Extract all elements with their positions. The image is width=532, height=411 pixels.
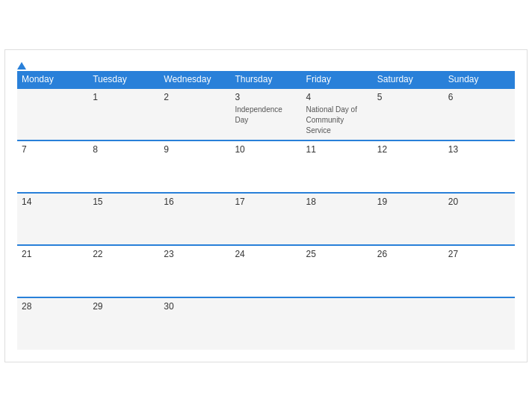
event-label: National Day of Community Service (306, 105, 357, 135)
day-number: 9 (164, 144, 226, 155)
day-number: 29 (93, 301, 155, 312)
calendar-cell: 17 (230, 193, 301, 245)
calendar-week-row: 14151617181920 (17, 193, 515, 245)
calendar-cell: 5 (373, 88, 444, 140)
weekday-header-wednesday: Wednesday (159, 71, 230, 88)
calendar-cell: 10 (230, 140, 301, 193)
weekday-header-tuesday: Tuesday (88, 71, 159, 88)
day-number: 4 (306, 92, 368, 102)
calendar-cell: 18 (302, 193, 373, 245)
calendar-cell: 25 (302, 245, 373, 297)
calendar-cell: 26 (373, 245, 444, 297)
weekday-header-monday: Monday (17, 71, 88, 88)
logo (17, 62, 28, 69)
day-number: 11 (306, 144, 368, 155)
calendar-cell: 9 (159, 140, 230, 193)
weekday-header-thursday: Thursday (230, 71, 301, 88)
calendar-cell: 23 (159, 245, 230, 297)
day-number: 23 (164, 249, 226, 259)
day-number: 24 (235, 249, 297, 259)
logo-triangle-icon (17, 62, 26, 69)
weekday-header-saturday: Saturday (373, 71, 444, 88)
calendar-cell: 13 (444, 140, 515, 193)
day-number: 10 (235, 144, 297, 155)
calendar-cell: 3Independence Day (230, 88, 301, 140)
day-number: 19 (377, 197, 439, 207)
day-number: 14 (22, 197, 84, 207)
calendar-cell (373, 297, 444, 350)
calendar-cell: 21 (17, 245, 88, 297)
day-number: 26 (377, 249, 439, 259)
calendar-cell: 4National Day of Community Service (302, 88, 373, 140)
calendar-cell (230, 297, 301, 350)
calendar-cell: 15 (88, 193, 159, 245)
calendar-cell: 2 (159, 88, 230, 140)
day-number: 5 (377, 92, 439, 102)
day-number: 8 (93, 144, 155, 155)
calendar-cell: 22 (88, 245, 159, 297)
day-number: 3 (235, 92, 297, 102)
calendar-header-row: MondayTuesdayWednesdayThursdayFridaySatu… (17, 71, 515, 88)
calendar-week-row: 123Independence Day4National Day of Comm… (17, 88, 515, 140)
calendar-cell: 8 (88, 140, 159, 193)
logo-blue-text (17, 62, 28, 69)
day-number: 28 (22, 301, 84, 312)
day-number: 12 (377, 144, 439, 155)
calendar-cell: 20 (444, 193, 515, 245)
calendar-cell: 12 (373, 140, 444, 193)
weekday-header-sunday: Sunday (444, 71, 515, 88)
day-number: 27 (448, 249, 510, 259)
calendar-cell: 1 (88, 88, 159, 140)
calendar-cell: 7 (17, 140, 88, 193)
weekday-header-row: MondayTuesdayWednesdayThursdayFridaySatu… (17, 71, 515, 88)
day-number: 20 (448, 197, 510, 207)
calendar-cell: 28 (17, 297, 88, 350)
calendar-cell: 6 (444, 88, 515, 140)
calendar-cell: 16 (159, 193, 230, 245)
calendar-cell: 11 (302, 140, 373, 193)
day-number: 17 (235, 197, 297, 207)
calendar-cell: 29 (88, 297, 159, 350)
weekday-header-friday: Friday (302, 71, 373, 88)
calendar-cell: 19 (373, 193, 444, 245)
calendar-body: 123Independence Day4National Day of Comm… (17, 88, 515, 350)
day-number: 7 (22, 144, 84, 155)
day-number: 16 (164, 197, 226, 207)
calendar-week-row: 282930 (17, 297, 515, 350)
day-number: 15 (93, 197, 155, 207)
calendar-cell: 27 (444, 245, 515, 297)
event-label: Independence Day (235, 105, 282, 124)
calendar-cell (17, 88, 88, 140)
calendar-cell: 14 (17, 193, 88, 245)
calendar-week-row: 21222324252627 (17, 245, 515, 297)
calendar-cell (444, 297, 515, 350)
calendar-week-row: 78910111213 (17, 140, 515, 193)
day-number: 6 (448, 92, 510, 102)
day-number: 1 (93, 92, 155, 102)
day-number: 30 (164, 301, 226, 312)
calendar-table: MondayTuesdayWednesdayThursdayFridaySatu… (17, 71, 515, 350)
day-number: 25 (306, 249, 368, 259)
day-number: 21 (22, 249, 84, 259)
calendar-cell: 30 (159, 297, 230, 350)
day-number: 18 (306, 197, 368, 207)
calendar-cell (302, 297, 373, 350)
day-number: 22 (93, 249, 155, 259)
calendar-container: MondayTuesdayWednesdayThursdayFridaySatu… (4, 49, 528, 362)
day-number: 2 (164, 92, 226, 102)
calendar-cell: 24 (230, 245, 301, 297)
day-number: 13 (448, 144, 510, 155)
